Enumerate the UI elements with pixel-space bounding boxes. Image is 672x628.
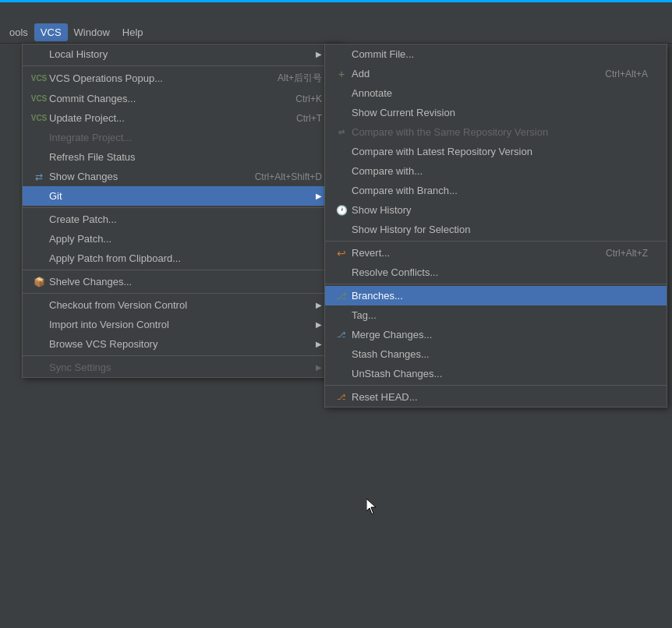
top-bar	[0, 0, 672, 22]
browse-icon	[32, 339, 46, 350]
commit-shortcut: Ctrl+K	[295, 93, 322, 104]
menu-create-patch[interactable]: Create Patch...	[23, 210, 341, 229]
add-shortcut: Ctrl+Alt+A	[605, 69, 648, 79]
merge-changes-label: Merge Changes...	[352, 329, 432, 340]
branches-icon: ⎇	[334, 291, 348, 302]
sync-icon	[32, 362, 46, 373]
tag-icon	[334, 310, 348, 321]
git-branches[interactable]: ⎇ Branches...	[325, 286, 667, 305]
import-vc-label: Import into Version Control	[49, 319, 169, 330]
resolve-icon	[334, 267, 348, 278]
create-patch-icon	[32, 214, 46, 225]
git-compare-latest-repo[interactable]: Compare with Latest Repository Version	[325, 142, 667, 161]
menu-show-changes[interactable]: ⇄ Show Changes Ctrl+Alt+Shift+D	[23, 167, 341, 186]
git-submenu: Commit File... + Add Ctrl+Alt+A Annotate…	[324, 44, 667, 407]
menu-vcs-operations[interactable]: VCS VCS Operations Popup... Alt+后引号	[23, 68, 341, 89]
vcs-icon: VCS	[32, 73, 46, 84]
separator	[23, 65, 341, 66]
integrate-icon	[32, 132, 46, 143]
menu-window[interactable]: Window	[68, 23, 116, 41]
vcs-dropdown: Local History ▶ VCS VCS Operations Popup…	[22, 44, 341, 378]
show-changes-label: Show Changes	[49, 171, 118, 182]
resolve-conflicts-label: Resolve Conflicts...	[352, 266, 438, 278]
menu-tools[interactable]: ools	[3, 23, 34, 41]
git-add[interactable]: + Add Ctrl+Alt+A	[325, 64, 667, 83]
add-icon: +	[334, 69, 348, 79]
git-show-current-revision[interactable]: Show Current Revision	[325, 103, 667, 122]
compare-same-icon: ⇄	[334, 127, 348, 138]
integrate-project-label: Integrate Project...	[49, 132, 132, 143]
unstash-changes-label: UnStash Changes...	[352, 368, 442, 379]
menu-checkout-vc[interactable]: Checkout from Version Control ▶	[23, 295, 341, 315]
tag-label: Tag...	[352, 309, 377, 321]
revert-icon: ↩	[334, 248, 348, 259]
compare-with-icon	[334, 166, 348, 177]
submenu-arrow: ▶	[316, 50, 322, 58]
create-patch-label: Create Patch...	[49, 213, 117, 225]
refresh-file-status-label: Refresh File Status	[49, 151, 136, 163]
menu-local-history[interactable]: Local History ▶	[23, 44, 341, 64]
compare-latest-icon	[334, 146, 348, 157]
compare-latest-repo-label: Compare with Latest Repository Version	[352, 146, 532, 157]
git-merge-changes[interactable]: ⎇ Merge Changes...	[325, 325, 667, 344]
git-annotate[interactable]: Annotate	[325, 83, 667, 103]
commit-file-label: Commit File...	[352, 48, 414, 60]
separator	[325, 385, 667, 386]
compare-branch-icon	[334, 185, 348, 196]
commit-icon: VCS	[32, 93, 46, 104]
apply-patch-clipboard-icon	[32, 253, 46, 264]
git-unstash-changes[interactable]: UnStash Changes...	[325, 364, 667, 383]
compare-same-repo-label: Compare with the Same Repository Version	[352, 126, 548, 138]
browse-arrow: ▶	[316, 340, 322, 348]
accent-bar	[0, 0, 672, 2]
git-revert[interactable]: ↩ Revert... Ctrl+Alt+Z	[325, 243, 667, 263]
show-changes-shortcut: Ctrl+Alt+Shift+D	[255, 171, 322, 182]
menu-sync-settings: Sync Settings ▶	[23, 358, 341, 377]
menu-help[interactable]: Help	[116, 23, 150, 41]
menu-git[interactable]: Git ▶	[23, 186, 341, 206]
separator	[23, 355, 341, 356]
menu-integrate-project: Integrate Project...	[23, 128, 341, 147]
merge-icon: ⎇	[334, 330, 348, 340]
git-commit-file[interactable]: Commit File...	[325, 44, 667, 64]
git-show-history-selection[interactable]: Show History for Selection	[325, 220, 667, 239]
separator	[23, 207, 341, 208]
sync-settings-label: Sync Settings	[49, 362, 111, 373]
checkout-vc-label: Checkout from Version Control	[49, 299, 187, 311]
history-selection-icon	[334, 224, 348, 235]
git-arrow: ▶	[316, 192, 322, 200]
checkout-arrow: ▶	[316, 301, 322, 309]
shelve-icon: 📦	[32, 277, 46, 288]
git-tag[interactable]: Tag...	[325, 305, 667, 325]
menu-refresh-file-status[interactable]: Refresh File Status	[23, 147, 341, 167]
git-compare-with[interactable]: Compare with...	[325, 161, 667, 181]
menu-update-project[interactable]: VCS Update Project... Ctrl+T	[23, 108, 341, 128]
reset-head-label: Reset HEAD...	[352, 391, 418, 403]
shelve-changes-label: Shelve Changes...	[49, 276, 132, 288]
git-show-history[interactable]: 🕐 Show History	[325, 200, 667, 220]
commit-file-icon	[334, 49, 348, 60]
menu-apply-patch-clipboard[interactable]: Apply Patch from Clipboard...	[23, 249, 341, 268]
menu-import-vc[interactable]: Import into Version Control ▶	[23, 315, 341, 334]
menu-apply-patch[interactable]: Apply Patch...	[23, 229, 341, 249]
show-history-label: Show History	[352, 204, 412, 216]
vcs-operations-shortcut: Alt+后引号	[278, 72, 322, 85]
annotate-icon	[334, 88, 348, 99]
update-project-label: Update Project...	[49, 112, 125, 124]
local-history-label: Local History	[49, 48, 108, 60]
git-compare-same-repo: ⇄ Compare with the Same Repository Versi…	[325, 122, 667, 142]
menu-vcs[interactable]: VCS	[34, 23, 68, 41]
git-reset-head[interactable]: ⎇ Reset HEAD...	[325, 387, 667, 407]
checkout-icon	[32, 300, 46, 311]
update-icon: VCS	[32, 113, 46, 124]
git-stash-changes[interactable]: Stash Changes...	[325, 344, 667, 364]
import-arrow: ▶	[316, 320, 322, 329]
menu-browse-vcs[interactable]: Browse VCS Repository ▶	[23, 334, 341, 354]
separator	[325, 241, 667, 242]
branches-label: Branches...	[352, 290, 403, 302]
menu-shelve-changes[interactable]: 📦 Shelve Changes...	[23, 272, 341, 291]
git-resolve-conflicts[interactable]: Resolve Conflicts...	[325, 263, 667, 282]
separator	[23, 270, 341, 270]
git-compare-with-branch[interactable]: Compare with Branch...	[325, 181, 667, 200]
menu-commit-changes[interactable]: VCS Commit Changes... Ctrl+K	[23, 89, 341, 108]
